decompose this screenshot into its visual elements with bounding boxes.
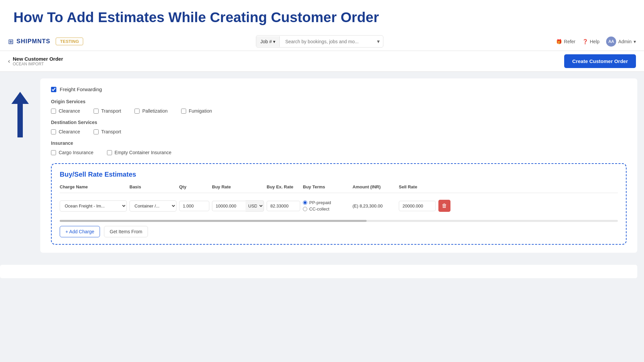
bottom-bar (0, 265, 637, 278)
destination-services-row: Clearance Transport (51, 129, 627, 134)
job-select[interactable]: Job # ▾ (256, 36, 280, 47)
get-items-from-button[interactable]: Get Items From (104, 226, 148, 237)
nav-right: 🎁 Refer ❓ Help AA Admin ▾ (556, 37, 636, 47)
origin-palletization-checkbox[interactable] (135, 109, 140, 114)
job-chevron-icon: ▾ (273, 39, 275, 44)
form-area: Freight Forwarding Origin Services Clear… (40, 78, 637, 253)
charge-name-select[interactable]: Ocean Freight - Im... (60, 200, 127, 212)
col-qty: Qty (179, 184, 209, 189)
gift-icon: 🎁 (556, 39, 562, 44)
origin-fumigation-item: Fumigation (181, 108, 212, 114)
origin-palletization-item: Palletization (135, 108, 168, 114)
buy-rate-currency-select[interactable]: USD (246, 200, 264, 212)
qty-input[interactable] (179, 201, 209, 211)
origin-clearance-item: Clearance (51, 108, 80, 114)
trash-icon: 🗑 (442, 203, 447, 209)
col-charge-name: Charge Name (60, 184, 127, 189)
empty-container-insurance-item: Empty Container Insurance (107, 150, 172, 155)
empty-container-insurance-checkbox[interactable] (107, 150, 112, 155)
grid-icon: ⊞ (8, 38, 14, 46)
testing-badge: TESTING (56, 38, 83, 45)
col-amount-inr: Amount (INR) (353, 184, 396, 189)
empty-container-insurance-label: Empty Container Insurance (115, 150, 172, 155)
add-charge-button[interactable]: + Add Charge (60, 226, 100, 237)
insurance-section: Insurance Cargo Insurance Empty Containe… (51, 140, 627, 155)
destination-services-section: Destination Services Clearance Transport (51, 120, 627, 134)
page-title: How To Add Estimates While Creating Cust… (13, 9, 631, 25)
basis-select[interactable]: Container /... (129, 200, 176, 212)
freight-forwarding-label: Freight Forwarding (60, 86, 102, 92)
help-nav-item[interactable]: ❓ Help (582, 39, 600, 44)
origin-fumigation-checkbox[interactable] (181, 109, 186, 114)
insurance-title: Insurance (51, 140, 627, 146)
admin-label: Admin (618, 39, 632, 44)
cc-collect-label: CC-collect (309, 206, 329, 212)
origin-palletization-label: Palletization (142, 108, 168, 114)
help-label: Help (590, 39, 600, 44)
origin-transport-label: Transport (101, 108, 121, 114)
freight-forwarding-row: Freight Forwarding (51, 86, 627, 92)
pp-prepaid-radio[interactable] (303, 200, 307, 205)
main-content: Freight Forwarding Origin Services Clear… (0, 72, 644, 259)
search-chevron-icon: ▾ (374, 36, 383, 47)
help-icon: ❓ (582, 39, 588, 44)
cargo-insurance-item: Cargo Insurance (51, 150, 94, 155)
col-sell-rate: Sell Rate (399, 184, 439, 189)
origin-transport-item: Transport (94, 108, 121, 114)
dest-transport-item: Transport (94, 129, 121, 134)
nav-logo[interactable]: ⊞ SHIPMNTS (8, 38, 50, 46)
up-arrow-icon (11, 92, 29, 246)
buy-rate-group: USD (212, 200, 264, 212)
origin-clearance-checkbox[interactable] (51, 109, 56, 114)
origin-transport-checkbox[interactable] (94, 109, 99, 114)
rate-table-header: Charge Name Basis Qty Buy Rate Buy Ex. R… (60, 184, 618, 193)
back-button[interactable]: ‹ (8, 58, 10, 65)
col-buy-rate: Buy Rate (212, 184, 264, 189)
logo-text: SHIPMNTS (16, 38, 50, 45)
action-row: + Add Charge Get Items From (60, 226, 618, 237)
origin-fumigation-label: Fumigation (189, 108, 212, 114)
freight-forwarding-checkbox[interactable] (51, 87, 56, 92)
origin-services-section: Origin Services Clearance Transport Pall… (51, 99, 627, 114)
search-bar: Job # ▾ ▾ (256, 35, 383, 48)
cc-collect-radio[interactable] (303, 207, 307, 211)
buy-terms-options: PP-prepaid CC-collect (303, 200, 350, 212)
estimates-box: Buy/Sell Rate Estimates Charge Name Basi… (51, 163, 627, 245)
buy-terms-group: PP-prepaid CC-collect (303, 200, 350, 212)
breadcrumb-info: New Customer Order OCEAN IMPORT (13, 56, 63, 66)
origin-services-title: Origin Services (51, 99, 627, 104)
create-customer-order-button[interactable]: Create Customer Order (564, 54, 636, 68)
nav-left: ⊞ SHIPMNTS TESTING (8, 38, 83, 46)
search-input[interactable] (280, 36, 374, 47)
rate-row: Ocean Freight - Im... Container /... USD (60, 197, 618, 215)
refer-label: Refer (564, 39, 575, 44)
admin-nav-item[interactable]: AA Admin ▾ (606, 37, 636, 47)
origin-clearance-label: Clearance (59, 108, 80, 114)
estimates-title: Buy/Sell Rate Estimates (60, 171, 618, 178)
job-label: Job # (260, 39, 272, 44)
amount-inr-display: (E) 8,23,300.00 (353, 203, 396, 208)
horizontal-scrollbar[interactable] (60, 220, 618, 222)
buy-rate-input[interactable] (212, 201, 246, 211)
order-title: New Customer Order (13, 56, 63, 62)
dest-clearance-item: Clearance (51, 129, 80, 134)
pp-prepaid-radio-item: PP-prepaid (303, 200, 350, 205)
origin-services-row: Clearance Transport Palletization Fumiga… (51, 108, 627, 114)
refer-nav-item[interactable]: 🎁 Refer (556, 39, 575, 44)
delete-row-button[interactable]: 🗑 (438, 200, 450, 212)
cargo-insurance-checkbox[interactable] (51, 150, 56, 155)
col-basis: Basis (129, 184, 176, 189)
breadcrumb: ‹ New Customer Order OCEAN IMPORT (8, 56, 63, 66)
order-subtitle: OCEAN IMPORT (13, 62, 63, 66)
sub-nav: ‹ New Customer Order OCEAN IMPORT Create… (0, 51, 644, 72)
col-buy-terms: Buy Terms (303, 184, 350, 189)
sell-rate-input[interactable] (399, 201, 436, 211)
cargo-insurance-label: Cargo Insurance (59, 150, 94, 155)
destination-services-title: Destination Services (51, 120, 627, 125)
insurance-row: Cargo Insurance Empty Container Insuranc… (51, 150, 627, 155)
avatar: AA (606, 37, 616, 47)
buy-ex-rate-input[interactable] (267, 201, 300, 211)
dest-clearance-checkbox[interactable] (51, 129, 56, 134)
dest-transport-label: Transport (101, 129, 121, 134)
dest-transport-checkbox[interactable] (94, 129, 99, 134)
